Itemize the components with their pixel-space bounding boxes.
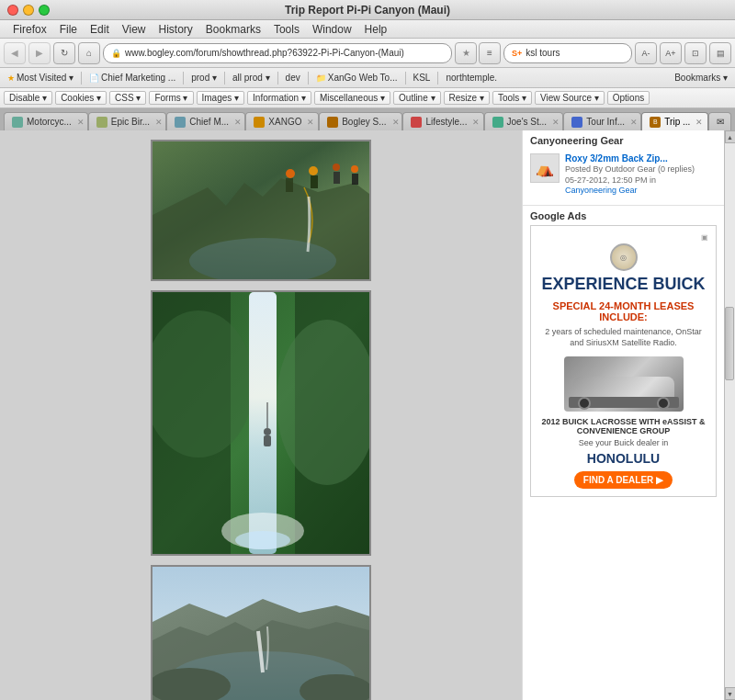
menu-edit[interactable]: Edit [85,22,115,37]
tab-close-chief[interactable]: ✕ [234,118,242,127]
bm-all-prod[interactable]: all prod ▾ [229,72,274,84]
menu-bookmarks[interactable]: Bookmarks [200,22,266,37]
back-button[interactable]: ◀ [4,42,26,64]
tab-mail[interactable]: ✉ [708,112,731,130]
tab-favicon-epic [96,117,107,128]
tab-bogley[interactable]: Bogley S... ✕ [319,112,402,130]
addon-resize[interactable]: Resize ▾ [444,91,490,105]
addon-information[interactable]: Information ▾ [247,91,311,105]
svg-rect-10 [352,174,358,185]
nav-zoom-out[interactable]: A- [635,42,657,64]
addon-cookies[interactable]: Cookies ▾ [55,91,107,105]
tab-close-xango[interactable]: ✕ [307,118,314,127]
scroll-track[interactable] [725,143,736,687]
nav-extra2[interactable]: ⊡ [684,42,707,64]
addon-disable[interactable]: Disable ▾ [4,91,52,105]
bm-most-visited[interactable]: ★Most Visited ▾ [4,72,77,84]
addon-tools[interactable]: Tools ▾ [492,91,532,105]
addon-css[interactable]: CSS ▾ [109,91,146,105]
reload-button[interactable]: ↻ [53,42,75,64]
canyon-img-1-bg [153,141,369,279]
menu-firefox[interactable]: Firefox [7,22,52,37]
tab-tour-inf[interactable]: Tour Inf... ✕ [563,112,641,130]
tab-xango[interactable]: XANGO ✕ [245,112,319,130]
svg-rect-4 [286,178,293,192]
minimize-button[interactable] [23,5,34,16]
menu-tools[interactable]: Tools [268,22,305,37]
tab-close-trip[interactable]: ✕ [695,118,703,127]
addon-forms[interactable]: Forms ▾ [149,91,193,105]
maximize-button[interactable] [39,5,50,16]
bm-chief-marketing[interactable]: 📄Chief Marketing ... [85,72,179,84]
buick-logo: ◎ [610,243,638,271]
svg-point-18 [264,428,271,435]
scroll-up-button[interactable]: ▲ [725,130,736,143]
scroll-thumb[interactable] [725,307,734,380]
post-title[interactable]: Roxy 3/2mm Back Zip... [565,153,717,164]
post-meta-line3[interactable]: Canyoneering Gear [565,186,717,197]
vertical-scrollbar[interactable]: ▲ ▼ [724,130,735,700]
addon-view-source[interactable]: View Source ▾ [535,91,605,105]
tab-motorcyc[interactable]: Motorcyc... ✕ [4,112,88,130]
buick-ad[interactable]: ▣ ◎ EXPERIENCE BUICK SPECIAL 24-MONTH LE… [530,225,717,497]
window-controls[interactable] [7,5,50,16]
svg-point-9 [351,165,358,173]
tab-close-motorcyc[interactable]: ✕ [77,118,85,127]
tab-favicon-trip: B [650,117,661,128]
tab-lifestyle[interactable]: Lifestyle... ✕ [402,112,483,130]
canyon-img-2-svg [153,292,371,554]
home-button[interactable]: ⌂ [78,42,100,64]
nav-extra3[interactable]: ▤ [709,42,731,64]
post-meta-line2: 05-27-2012, 12:50 PM in [565,175,717,186]
menu-help[interactable]: Help [359,22,393,37]
page-area: Canyoneering Gear ⛺ Roxy 3/2mm Back Zip.… [0,130,735,700]
ad-indicator: ▣ [538,233,708,242]
svg-point-21 [235,531,290,549]
bookmark-star[interactable]: ★ [455,42,477,64]
tabs-bar: Motorcyc... ✕ Epic Bir... ✕ Chief M... ✕… [0,108,735,130]
search-bar[interactable]: S+ ksl tours [503,43,632,63]
menu-file[interactable]: File [54,22,83,37]
tab-close-joes[interactable]: ✕ [552,118,560,127]
menu-history[interactable]: History [153,22,198,37]
tab-epic-bir[interactable]: Epic Bir... ✕ [88,112,167,130]
bm-separator-1 [81,72,82,85]
svg-rect-6 [311,175,318,188]
tab-close-tour[interactable]: ✕ [630,118,638,127]
menu-window[interactable]: Window [307,22,357,37]
ad-promo: SPECIAL 24-MONTH LEASES INCLUDE: [538,300,708,322]
menu-view[interactable]: View [117,22,152,37]
bm-bookmarks[interactable]: Bookmarks ▾ [671,72,731,84]
tab-close-epic[interactable]: ✕ [155,118,163,127]
addon-images[interactable]: Images ▾ [197,91,245,105]
tab-trip[interactable]: B Trip ... ✕ [641,112,707,130]
menubar: Firefox File Edit View History Bookmarks… [0,20,735,39]
tab-joes[interactable]: Joe's St... ✕ [484,112,564,130]
tab-chief-m[interactable]: Chief M... ✕ [166,112,245,130]
address-text: www.bogley.com/forum/showthread.php?6392… [125,48,404,58]
bm-dev[interactable]: dev [282,72,304,84]
svg-point-5 [309,166,318,175]
tab-favicon-lifestyle [411,117,422,128]
bm-separator-4 [277,72,278,85]
addon-outline[interactable]: Outline ▾ [393,91,440,105]
nav-extra1[interactable]: ≡ [479,42,501,64]
post-avatar: ⛺ [530,153,560,183]
nav-zoom-in[interactable]: A+ [660,42,682,64]
forward-button[interactable]: ▶ [28,42,51,64]
bm-northtemple[interactable]: northtemple. [442,72,501,84]
bm-ksl[interactable]: KSL [410,72,435,84]
tab-close-bogley[interactable]: ✕ [392,118,400,127]
close-button[interactable] [7,5,18,16]
bm-prod[interactable]: prod ▾ [187,72,220,84]
bookmarks-bar: ★Most Visited ▾ 📄Chief Marketing ... pro… [0,68,735,88]
ad-cta-button[interactable]: FIND A DEALER ▶ [574,471,673,489]
addon-options[interactable]: Options [607,91,650,105]
search-text: ksl tours [526,48,560,58]
bm-xango[interactable]: 📁XanGo Web To... [312,72,401,84]
tab-favicon-chief [175,117,186,128]
address-bar[interactable]: 🔒 www.bogley.com/forum/showthread.php?63… [103,43,452,63]
scroll-down-button[interactable]: ▼ [725,687,736,700]
tab-close-lifestyle[interactable]: ✕ [472,118,480,127]
addon-miscellaneous[interactable]: Miscellaneous ▾ [314,91,390,105]
